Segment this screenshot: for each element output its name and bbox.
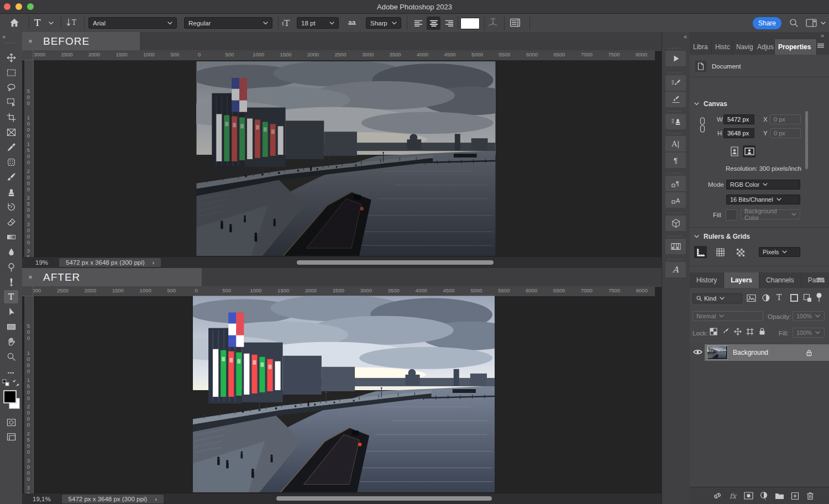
zoom-level[interactable]: 19,1% [33, 496, 51, 502]
clone-stamp-tool[interactable] [4, 185, 18, 198]
workspace-chevron-icon[interactable] [821, 22, 826, 25]
object-selection-tool[interactable] [4, 96, 18, 109]
blend-mode-select[interactable]: Normal [692, 311, 763, 321]
tab-libraries[interactable]: Libra [690, 39, 712, 55]
brush-tool[interactable] [4, 170, 18, 183]
tab-histogram[interactable]: Histc [712, 39, 733, 55]
link-layers-button[interactable] [712, 491, 722, 500]
height-field[interactable]: 3648 px [723, 128, 754, 138]
close-tab-icon[interactable]: × [22, 37, 39, 45]
fill-contents-select[interactable]: Background Color [741, 209, 800, 219]
align-left-button[interactable] [411, 17, 425, 30]
materials-panel-icon[interactable] [665, 216, 686, 231]
layer-effects-button[interactable]: fx [728, 491, 738, 500]
bit-depth-select[interactable]: 16 Bits/Channel [726, 195, 800, 204]
add-layer-mask-button[interactable] [743, 491, 753, 500]
document-dimensions[interactable]: 5472 px x 3648 px (300 ppi) › [59, 258, 161, 267]
layer-name[interactable]: Background [733, 349, 768, 356]
fill-color-swatch[interactable] [726, 209, 737, 221]
new-group-button[interactable] [774, 491, 784, 500]
dock-collapse-icon[interactable]: « [684, 33, 686, 40]
home-button[interactable] [9, 18, 20, 28]
lasso-tool[interactable] [4, 81, 18, 94]
zoom-tool[interactable] [4, 350, 18, 363]
history-brush-tool[interactable] [4, 200, 18, 213]
character-styles-panel-icon[interactable]: A [665, 192, 686, 208]
width-field[interactable]: 5472 px [723, 114, 754, 124]
crop-tool[interactable] [4, 111, 18, 124]
tab-adjustments[interactable]: Adjus [754, 39, 775, 55]
actions-panel-icon[interactable] [665, 51, 686, 66]
fill-opacity-select[interactable]: 100% [793, 328, 825, 338]
screen-mode-button[interactable] [4, 430, 18, 443]
text-orientation-button[interactable]: T [66, 18, 78, 28]
portrait-orientation-button[interactable] [728, 145, 741, 158]
tab-history[interactable]: History [690, 272, 724, 288]
paragraph-panel-icon[interactable]: ¶ [665, 153, 686, 168]
path-selection-tool[interactable] [4, 305, 18, 318]
brushes-panel-icon[interactable] [665, 92, 686, 107]
blur-tool[interactable] [4, 245, 18, 259]
add-adjustment-layer-button[interactable] [759, 491, 769, 500]
swap-colors-icon[interactable] [12, 379, 20, 387]
warp-text-button[interactable]: T [487, 18, 499, 28]
gradient-tool[interactable] [4, 230, 18, 244]
tab-navigator[interactable]: Navig [733, 39, 754, 55]
marquee-tool[interactable] [4, 66, 18, 79]
toolbar-collapse-icon[interactable]: » [2, 33, 5, 40]
align-center-button[interactable] [427, 17, 440, 30]
clone-source-panel-icon[interactable] [665, 114, 686, 129]
search-icon[interactable] [789, 18, 799, 28]
lock-all-icon[interactable] [758, 327, 766, 335]
opacity-select[interactable]: 100% [793, 311, 825, 321]
filter-smart-objects-icon[interactable] [803, 293, 812, 302]
type-color-swatch[interactable] [460, 18, 480, 29]
document-tab-before[interactable]: × BEFORE [22, 32, 140, 50]
filter-kind-select[interactable]: Kind [692, 293, 742, 303]
foreground-color-swatch[interactable] [3, 390, 17, 403]
lock-transparency-icon[interactable] [710, 328, 717, 335]
share-button[interactable]: Share [753, 17, 781, 29]
rulers-grids-section-header[interactable]: Rulers & Grids [694, 233, 750, 240]
layers-panel-menu-icon[interactable] [817, 277, 825, 282]
new-layer-button[interactable] [790, 491, 800, 500]
tab-properties[interactable]: Properties [775, 39, 817, 55]
font-size-select[interactable]: 18 pt [297, 17, 339, 29]
panel-collapse-icon[interactable]: » [821, 32, 823, 39]
layer-row-background[interactable]: Background [705, 344, 829, 361]
eraser-tool[interactable] [4, 216, 18, 229]
edit-toolbar-icon[interactable]: ••• [4, 366, 18, 380]
toggle-panels-button[interactable] [510, 18, 521, 28]
canvas-section-header[interactable]: Canvas [694, 100, 727, 108]
font-style-select[interactable]: Regular [184, 17, 272, 29]
document-dimensions[interactable]: 5472 px x 3648 px (300 ppi) › [62, 495, 164, 503]
close-window-button[interactable] [4, 3, 11, 10]
link-dimensions-icon[interactable] [699, 117, 706, 133]
layer-visibility-eye-icon[interactable] [693, 349, 702, 355]
type-tool[interactable]: T [4, 290, 18, 303]
minimize-window-button[interactable] [15, 3, 22, 10]
patch-tool[interactable] [4, 155, 18, 169]
pen-tool[interactable] [4, 275, 18, 288]
color-mode-select[interactable]: RGB Color [726, 180, 800, 190]
toggle-transparency-button[interactable] [734, 246, 747, 258]
document-tab-after[interactable]: × AFTER [22, 268, 202, 286]
eyedropper-tool[interactable] [4, 140, 18, 154]
type-tool-chevron-icon[interactable] [49, 22, 54, 25]
layer-thumbnail[interactable] [707, 345, 728, 360]
tab-paths[interactable]: Paths [801, 272, 829, 288]
toggle-grid-button[interactable] [714, 246, 727, 258]
quick-mask-button[interactable] [4, 416, 18, 429]
horizontal-scrollbar[interactable] [297, 260, 494, 265]
hand-tool[interactable] [4, 335, 18, 348]
properties-scrollbar[interactable] [805, 111, 808, 169]
photo-before[interactable] [196, 61, 496, 256]
tab-channels[interactable]: Channels [759, 272, 801, 288]
paragraph-styles-panel-icon[interactable]: ¶ [665, 176, 686, 191]
font-family-select[interactable]: Arial [88, 17, 177, 29]
frame-tool[interactable] [4, 125, 18, 139]
align-right-button[interactable] [442, 17, 456, 30]
default-colors-icon[interactable] [2, 379, 10, 387]
filter-toggle[interactable] [816, 292, 822, 303]
delete-layer-button[interactable] [805, 491, 815, 500]
